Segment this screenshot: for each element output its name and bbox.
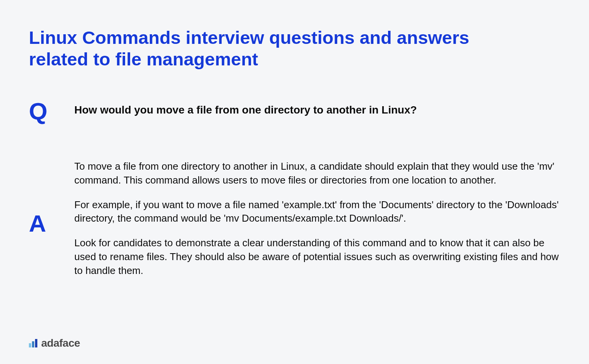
- answer-text: To move a file from one directory to ano…: [74, 160, 560, 278]
- question-text: How would you move a file from one direc…: [74, 99, 417, 117]
- footer-brand: adaface: [29, 337, 80, 349]
- answer-p3: Look for candidates to demonstrate a cle…: [74, 236, 560, 278]
- answer-p2: For example, if you want to move a file …: [74, 198, 560, 226]
- q-label: Q: [29, 99, 52, 123]
- brand-name: adaface: [41, 337, 80, 349]
- answer-row: A To move a file from one directory to a…: [29, 160, 560, 278]
- page-title: Linux Commands interview questions and a…: [29, 27, 491, 70]
- logo-icon: [29, 339, 37, 347]
- answer-p1: To move a file from one directory to ano…: [74, 160, 560, 187]
- question-row: Q How would you move a file from one dir…: [29, 99, 560, 123]
- a-label: A: [29, 212, 46, 235]
